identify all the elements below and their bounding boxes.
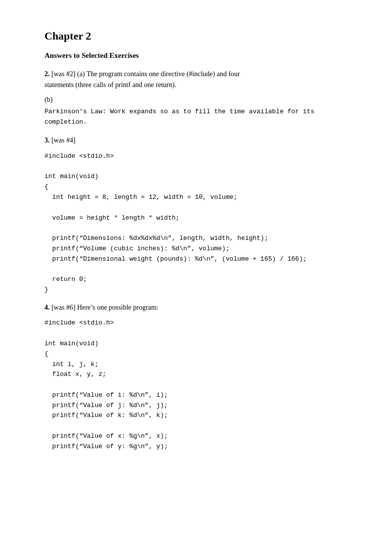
exercise-2-line2: statements (three calls of printf and on…	[44, 80, 348, 91]
chapter-title: Chapter 2	[44, 30, 348, 43]
exercise-4-tag: [was #6] Here’s one possible program:	[51, 304, 159, 311]
exercise-2-number: 2.	[44, 70, 50, 78]
exercise-2-tag: [was #2] (a) The program contains one di…	[51, 70, 240, 78]
parkinson-block: Parkinson’s Law: Work expands so as to f…	[44, 107, 348, 128]
exercise-4-number: 4.	[44, 304, 50, 311]
exercise-3-tag: [was #4]	[51, 137, 76, 144]
exercise-3-block: 3. [was #4] #include <stdio.h> int main(…	[44, 135, 348, 295]
exercise-4-header: 4. [was #6] Here’s one possible program:	[44, 302, 348, 313]
exercise-3-header: 3. [was #4]	[44, 135, 348, 146]
exercise-2-sub-b-label: (b)	[44, 96, 348, 104]
section-title: Answers to Selected Exercises	[44, 51, 348, 60]
exercise-3-code: #include <stdio.h> int main(void) { int …	[44, 151, 348, 295]
exercise-4-block: 4. [was #6] Here’s one possible program:…	[44, 302, 348, 452]
exercise-4-code: #include <stdio.h> int main(void) { int …	[44, 318, 348, 452]
exercise-3-number: 3.	[44, 137, 50, 144]
exercise-2-block: 2. [was #2] (a) The program contains one…	[44, 69, 348, 127]
exercise-2-header: 2. [was #2] (a) The program contains one…	[44, 69, 348, 80]
